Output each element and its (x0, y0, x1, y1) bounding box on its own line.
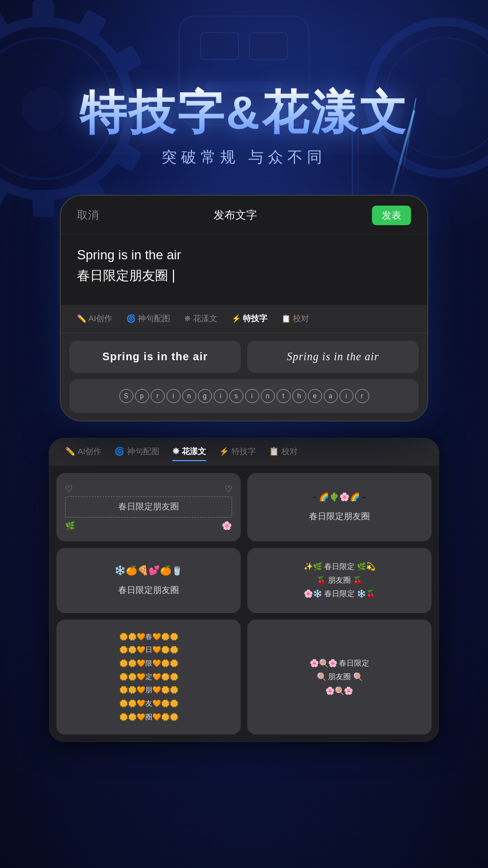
phone-header: 取消 发布文字 发表 (61, 196, 427, 234)
style-row-1: Spring is in the air Spring is in the ai… (69, 341, 419, 373)
circle-char: i (214, 389, 228, 403)
circle-char: p (135, 389, 149, 403)
text-line-1: Spring is in the air (77, 247, 411, 263)
fancy-card-6[interactable]: 🌸🍭🌸 春日限定 🍭 朋友圈 🍭 🌸🍭🌸 (247, 620, 432, 735)
cancel-button[interactable]: 取消 (77, 208, 99, 222)
fancy-card-5[interactable]: 🌼🌼🧡春🧡🌼🌼 🌼🌼🧡日🧡🌼🌼 🌼🌼🧡限🧡🌼🌼 🌼🌼🧡定🧡🌼🌼 🌼🌼🧡朋🧡🌼🌼 … (56, 620, 241, 735)
hero-title-main: 特技字&花漾文 (0, 87, 488, 138)
circle-char: n (261, 389, 275, 403)
card1-hearts-top: ♡♡ (65, 484, 232, 494)
bottom-fancy-icon: ❋ (172, 446, 179, 456)
circle-char: r (355, 389, 369, 403)
proofread-icon: 📋 (281, 314, 291, 323)
phone-content[interactable]: Spring is in the air 春日限定朋友圈 (61, 234, 427, 305)
style-row-2: S p r i n g i s i n t h e (69, 379, 419, 413)
circle-char: i (339, 389, 354, 403)
card6-content: 🌸🍭🌸 春日限定 🍭 朋友圈 🍭 🌸🍭🌸 (310, 656, 370, 698)
card2-top-emojis: －🌈🌵🌸🌈－ (311, 492, 368, 502)
special-font-icon: ⚡ (232, 314, 241, 323)
tab-ai-create[interactable]: ✏️ AI创作 (72, 310, 118, 327)
circle-char: h (292, 389, 306, 403)
circle-char: a (324, 389, 338, 403)
circle-char: g (198, 389, 212, 403)
card2-text: 春日限定朋友圈 (309, 511, 370, 522)
fancy-card-3[interactable]: ❄️🍊🍕💕🍊🥤 春日限定朋友圈 (56, 548, 241, 613)
italic-style-text: Spring is in the air (287, 350, 379, 363)
circle-char: S (119, 389, 133, 403)
circle-char: r (151, 389, 165, 403)
style-options-panel: Spring is in the air Spring is in the ai… (61, 333, 427, 420)
bottom-tab-caption[interactable]: 🌀 神句配图 (109, 443, 165, 460)
text-cursor (173, 270, 174, 283)
circle-char: t (277, 389, 291, 403)
style-card-italic[interactable]: Spring is in the air (247, 341, 419, 373)
phone-mockup: 取消 发布文字 发表 Spring is in the air 春日限定朋友圈 … (60, 195, 428, 422)
phone-container: 取消 发布文字 发表 Spring is in the air 春日限定朋友圈 … (60, 195, 428, 422)
style-card-bold[interactable]: Spring is in the air (69, 341, 241, 373)
bottom-caption-icon: 🌀 (114, 446, 125, 456)
bottom-tab-fancy-text[interactable]: ❋ 花漾文 (167, 443, 211, 460)
caption-icon: 🌀 (126, 314, 136, 323)
text-line-2: 春日限定朋友圈 (77, 267, 411, 284)
bottom-toolbar: ✏️ AI创作 🌀 神句配图 ❋ 花漾文 ⚡ 特技字 📋 校对 (49, 438, 439, 465)
card4-content: ✨🌿 春日限定 🌿💫 🍒 朋友圈 🍒 🌸❄️ 春日限定 ❄️🍒 (304, 560, 375, 601)
card3-text: 春日限定朋友圈 (118, 585, 179, 596)
card1-bottom-emojis: 🌿🌸 (65, 521, 232, 531)
fancy-cards-grid: ♡♡ 春日限定朋友圈 🌿🌸 －🌈🌵🌸🌈－ 春日限定朋友圈 ❄️🍊🍕💕🍊🥤 春日限… (49, 465, 439, 743)
tab-caption-match[interactable]: 🌀 神句配图 (121, 310, 176, 327)
hero-section: 特技字&花漾文 突破常规 与众不同 (0, 0, 488, 168)
fancy-card-4[interactable]: ✨🌿 春日限定 🌿💫 🍒 朋友圈 🍒 🌸❄️ 春日限定 ❄️🍒 (247, 548, 432, 613)
circle-char: i (166, 389, 181, 403)
bottom-tab-ai-create[interactable]: ✏️ AI创作 (60, 443, 107, 460)
circle-char: n (182, 389, 196, 403)
fancy-card-2[interactable]: －🌈🌵🌸🌈－ 春日限定朋友圈 (247, 473, 432, 541)
post-title: 发布文字 (214, 208, 257, 222)
fancy-card-1[interactable]: ♡♡ 春日限定朋友圈 🌿🌸 (56, 473, 241, 541)
bottom-panel: ✏️ AI创作 🌀 神句配图 ❋ 花漾文 ⚡ 特技字 📋 校对 (49, 438, 439, 743)
circle-chars: S p r i n g i s i n t h e (119, 389, 369, 403)
bold-style-text: Spring is in the air (102, 350, 208, 363)
bottom-tab-proofread[interactable]: 📋 校对 (264, 443, 303, 460)
publish-button[interactable]: 发表 (372, 206, 411, 225)
card3-top-emojis: ❄️🍊🍕💕🍊🥤 (114, 565, 183, 576)
circle-char: e (308, 389, 322, 403)
active-underline (172, 460, 206, 461)
bottom-ai-icon: ✏️ (65, 446, 75, 456)
tab-proofread[interactable]: 📋 校对 (276, 310, 314, 327)
circle-char: i (245, 389, 259, 403)
toolbar-tabs: ✏️ AI创作 🌀 神句配图 ❋ 花漾文 ⚡ 特技字 📋 校对 (61, 305, 427, 333)
circle-char: s (229, 389, 243, 403)
tab-fancy-text[interactable]: ❋ 花漾文 (179, 310, 223, 327)
card5-content: 🌼🌼🧡春🧡🌼🌼 🌼🌼🧡日🧡🌼🌼 🌼🌼🧡限🧡🌼🌼 🌼🌼🧡定🧡🌼🌼 🌼🌼🧡朋🧡🌼🌼 … (119, 630, 178, 724)
card1-text: 春日限定朋友圈 (65, 496, 232, 518)
fancy-text-icon: ❋ (184, 314, 191, 323)
card1-content: ♡♡ 春日限定朋友圈 🌿🌸 (65, 484, 232, 531)
ai-create-icon: ✏️ (77, 314, 86, 323)
bottom-proofread-icon: 📋 (269, 446, 279, 456)
style-card-circle[interactable]: S p r i n g i s i n t h e (69, 379, 419, 413)
hero-subtitle: 突破常规 与众不同 (0, 147, 488, 168)
bottom-special-icon: ⚡ (219, 446, 229, 456)
tab-special-font[interactable]: ⚡ 特技字 (226, 310, 273, 327)
bottom-tab-special-font[interactable]: ⚡ 特技字 (214, 443, 261, 460)
